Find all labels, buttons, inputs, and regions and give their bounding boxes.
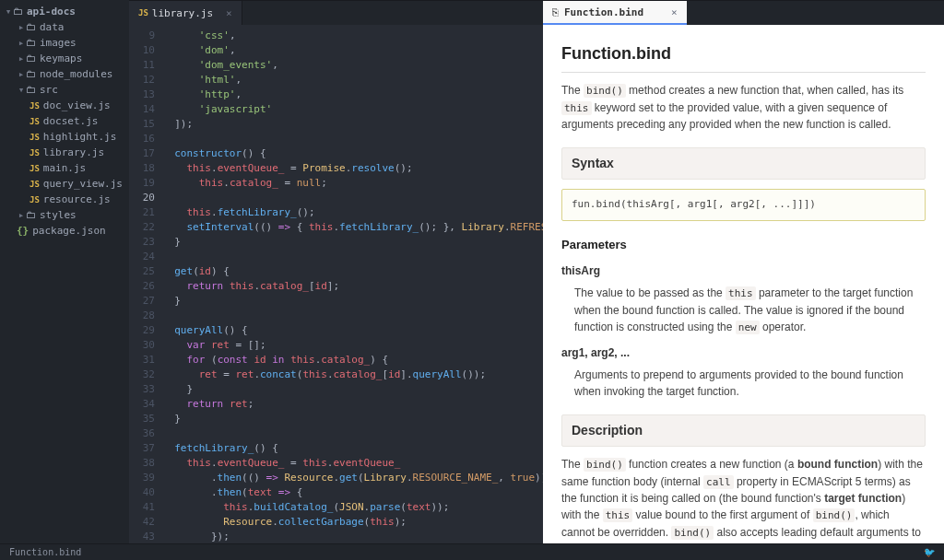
tree-root[interactable]: ▾🗀api-docs — [0, 4, 129, 19]
doc-syntax-code: fun.bind(thisArg[, arg1[, arg2[, ...]]]) — [561, 189, 926, 221]
tree-root-label: api-docs — [27, 6, 76, 18]
editor-tab[interactable]: JS library.js × — [129, 1, 242, 25]
tree-file[interactable]: JSdoc_view.js — [0, 98, 129, 113]
close-icon[interactable]: × — [671, 6, 678, 18]
tree-folder[interactable]: ▸🗀node_modules — [0, 66, 129, 82]
tree-folder[interactable]: ▾🗀src — [0, 82, 129, 98]
tree-file[interactable]: {}package.json — [0, 223, 129, 239]
statusbar-left: Function.bind — [9, 547, 81, 557]
twitter-icon[interactable]: 🐦 — [924, 547, 935, 557]
tree-file[interactable]: JSquery_view.js — [0, 176, 129, 192]
doc-pane: ⎘ Function.bind × Function.bind The bind… — [543, 0, 944, 543]
tree-folder[interactable]: ▸🗀styles — [0, 207, 129, 223]
tree-file[interactable]: JSlibrary.js — [0, 145, 129, 160]
doc-desc-heading: Description — [561, 414, 926, 447]
tree-folder[interactable]: ▸🗀keymaps — [0, 51, 129, 66]
doc-params-heading: Parameters — [561, 236, 926, 254]
doc-tab[interactable]: ⎘ Function.bind × — [543, 1, 687, 25]
tree-folder[interactable]: ▸🗀images — [0, 35, 129, 51]
doc-syntax-heading: Syntax — [561, 147, 926, 180]
editor-pane: JS library.js × 910111213141516171819202… — [129, 0, 543, 543]
doc-body[interactable]: Function.bind The bind() method creates … — [543, 25, 944, 543]
tree-folder[interactable]: ▸🗀data — [0, 19, 129, 35]
close-icon[interactable]: × — [226, 7, 232, 19]
doc-param-desc: Arguments to prepend to arguments provid… — [561, 367, 926, 400]
tree-file[interactable]: JShighlight.js — [0, 129, 129, 145]
doc-param-desc: The value to be passed as the this param… — [561, 285, 926, 335]
doc-intro: The bind() method creates a new function… — [561, 82, 926, 133]
doc-param-name: arg1, arg2, ... — [561, 344, 926, 361]
tree-file[interactable]: JSresource.js — [0, 192, 129, 207]
doc-desc-body: The bind() function creates a new functi… — [561, 456, 926, 543]
line-gutter: 9101112131415161718192021222324252627282… — [129, 25, 162, 543]
editor-tabs: JS library.js × — [129, 1, 543, 25]
doc-title: Function.bind — [561, 41, 926, 73]
file-tree[interactable]: ▾🗀api-docs ▸🗀data ▸🗀images ▸🗀keymaps ▸🗀n… — [0, 0, 129, 543]
tree-file[interactable]: JSmain.js — [0, 160, 129, 176]
doc-tabs: ⎘ Function.bind × — [543, 1, 944, 25]
doc-tab-label: Function.bind — [564, 6, 643, 18]
editor-tab-label: library.js — [152, 7, 213, 19]
doc-tab-icon: ⎘ — [552, 6, 559, 18]
statusbar: Function.bind 🐦 — [0, 543, 944, 560]
doc-param-name: thisArg — [561, 262, 926, 279]
tree-file[interactable]: JSdocset.js — [0, 113, 129, 129]
js-icon: JS — [138, 8, 148, 18]
code-editor[interactable]: 'css', 'dom', 'dom_events', 'html', 'htt… — [162, 25, 543, 543]
